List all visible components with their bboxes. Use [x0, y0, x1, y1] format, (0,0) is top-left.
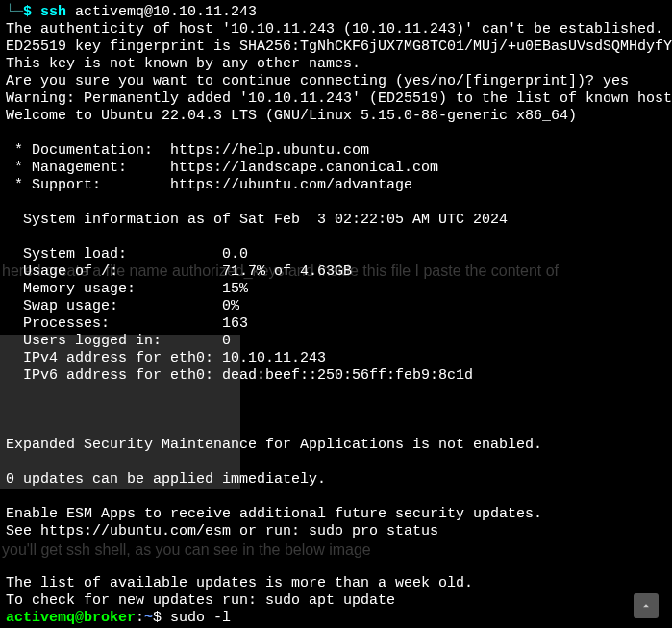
output-line: Are you sure you want to continue connec…	[6, 73, 629, 89]
ssh-command: ssh	[40, 4, 66, 20]
output-line: Warning: Permanently added '10.10.11.243…	[6, 90, 672, 107]
output-line: * Documentation: https://help.ubuntu.com	[6, 142, 369, 159]
output-line: * Management: https://landscape.canonica…	[6, 160, 438, 176]
output-line: Swap usage: 0%	[6, 298, 239, 314]
output-line: IPv6 address for eth0: dead:beef::250:56…	[6, 367, 473, 384]
output-line: * Support: https://ubuntu.com/advantage	[6, 177, 412, 193]
prompt-shell-dollar: $	[153, 610, 162, 626]
output-line: See https://ubuntu.com/esm or run: sudo …	[6, 523, 438, 540]
prompt-arrow: └─	[6, 4, 23, 20]
output-line: To check for new updates run: sudo apt u…	[6, 592, 395, 609]
output-line: System information as of Sat Feb 3 02:22…	[6, 212, 508, 228]
output-line: Users logged in: 0	[6, 333, 231, 349]
output-line: Usage of /: 71.7% of 4.63GB	[6, 264, 352, 280]
output-line: IPv4 address for eth0: 10.10.11.243	[6, 350, 326, 366]
output-line: System load: 0.0	[6, 246, 248, 263]
output-line: The list of available updates is more th…	[6, 575, 473, 591]
output-line: Expanded Security Maintenance for Applic…	[6, 437, 542, 453]
output-line: The authenticity of host '10.10.11.243 (…	[6, 21, 663, 38]
prompt-user-host: activemq@broker	[6, 610, 136, 626]
prompt-path: ~	[144, 610, 153, 626]
output-line: Enable ESM Apps to receive additional fu…	[6, 506, 542, 522]
output-line: 0 updates can be applied immediately.	[6, 471, 326, 488]
output-line: ED25519 key fingerprint is SHA256:TgNhCK…	[6, 38, 672, 55]
output-line: Memory usage: 15%	[6, 281, 248, 297]
arrow-up-icon	[639, 599, 653, 613]
prompt-dollar: $	[23, 4, 32, 20]
prompt-colon: :	[136, 610, 144, 626]
ssh-args: activemq@10.10.11.243	[75, 4, 257, 20]
output-line: This key is not known by any other names…	[6, 56, 361, 72]
sudo-command: sudo -l	[170, 610, 231, 626]
output-line: Processes: 163	[6, 315, 248, 332]
output-line: Welcome to Ubuntu 22.04.3 LTS (GNU/Linux…	[6, 108, 577, 124]
terminal-output[interactable]: └─$ ssh activemq@10.10.11.243 The authen…	[6, 4, 666, 627]
scroll-to-top-button[interactable]	[634, 593, 659, 618]
